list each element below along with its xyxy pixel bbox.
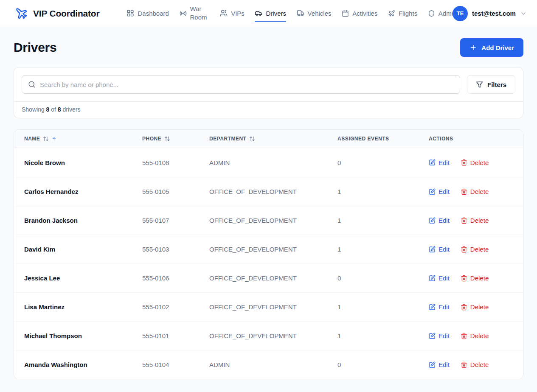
driver-assigned-events: 1 (327, 332, 419, 339)
table-row: Carlos Hernandez 555-0105 OFFICE_OF_DEVE… (14, 177, 523, 206)
driver-department: ADMIN (199, 159, 327, 166)
chevron-down-icon (520, 10, 527, 17)
driver-assigned-events: 1 (327, 246, 419, 253)
delete-label: Delete (470, 217, 489, 224)
edit-button[interactable]: Edit (429, 188, 450, 195)
nav-item-label: Flights (399, 10, 417, 17)
nav-item-label: War Room (190, 5, 210, 22)
summary-shown-count: 8 (46, 106, 50, 113)
edit-label: Edit (439, 159, 450, 166)
edit-label: Edit (439, 274, 450, 282)
table-row: Lisa Martinez 555-0102 OFFICE_OF_DEVELOP… (14, 292, 523, 321)
nav-item-vips[interactable]: VIPs (220, 5, 245, 22)
driver-assigned-events: 1 (327, 188, 419, 195)
trash-icon (461, 333, 467, 339)
user-email: test@test.com (472, 10, 516, 17)
table-row: Nicole Brown 555-0108 ADMIN 0 Edit Delet… (14, 148, 523, 177)
plus-icon (470, 44, 477, 51)
driver-phone: 555-0101 (132, 332, 199, 339)
drivers-table: NAME PHONE DEPARTMENT (14, 129, 523, 379)
column-label: DEPARTMENT (209, 136, 246, 142)
delete-button[interactable]: Delete (461, 188, 489, 195)
sort-arrows-icon (249, 136, 255, 142)
edit-button[interactable]: Edit (429, 274, 450, 282)
summary-of: of (51, 106, 56, 113)
summary-total-count: 8 (58, 106, 61, 113)
delete-button[interactable]: Delete (461, 274, 489, 282)
edit-button[interactable]: Edit (429, 246, 450, 253)
column-header-name[interactable]: NAME (14, 136, 132, 142)
shield-icon (428, 10, 435, 17)
dashboard-grid-icon (127, 9, 134, 17)
search-input[interactable] (40, 81, 454, 88)
driver-phone: 555-0107 (132, 217, 199, 224)
delete-button[interactable]: Delete (461, 246, 489, 253)
edit-button[interactable]: Edit (429, 217, 450, 224)
edit-pencil-icon (429, 246, 436, 253)
sort-arrows-icon (164, 136, 170, 142)
column-header-department[interactable]: DEPARTMENT (199, 136, 327, 142)
brand: VIP Coordinator (15, 7, 99, 20)
brand-name: VIP Coordinator (33, 8, 99, 19)
nav-item-vehicles[interactable]: Vehicles (297, 5, 332, 22)
nav-item-flights[interactable]: Flights (388, 6, 417, 22)
user-menu[interactable]: TE test@test.com (453, 6, 527, 21)
edit-button[interactable]: Edit (429, 361, 450, 368)
driver-phone: 555-0103 (132, 246, 199, 253)
driver-department: OFFICE_OF_DEVELOPMENT (199, 217, 327, 224)
main-nav: Dashboard War Room VIPs Drivers Vehicles (99, 0, 527, 27)
nav-item-war-room[interactable]: War Room (180, 0, 210, 27)
delete-label: Delete (470, 361, 489, 368)
truck-icon (297, 9, 304, 17)
edit-pencil-icon (429, 217, 436, 224)
delete-button[interactable]: Delete (461, 217, 489, 224)
nav-item-label: VIPs (231, 10, 245, 17)
delete-label: Delete (470, 274, 489, 282)
users-icon (220, 9, 228, 17)
summary-suffix: drivers (63, 106, 81, 113)
search-row: Filters (14, 67, 523, 101)
edit-button[interactable]: Edit (429, 303, 450, 311)
row-actions: Edit Delete (419, 274, 523, 282)
nav-item-activities[interactable]: Activities (342, 6, 377, 22)
delete-button[interactable]: Delete (461, 159, 489, 166)
column-header-actions: ACTIONS (419, 136, 523, 142)
driver-phone: 555-0105 (132, 188, 199, 195)
row-actions: Edit Delete (419, 361, 523, 368)
delete-label: Delete (470, 159, 489, 166)
driver-department: OFFICE_OF_DEVELOPMENT (199, 188, 327, 195)
nav-item-dashboard[interactable]: Dashboard (127, 5, 169, 22)
car-icon (255, 9, 262, 17)
add-driver-button[interactable]: Add Driver (460, 38, 523, 57)
column-label: ASSIGNED EVENTS (337, 136, 389, 142)
delete-button[interactable]: Delete (461, 303, 489, 311)
sort-ascending-icon (52, 137, 56, 141)
delete-button[interactable]: Delete (461, 361, 489, 368)
edit-pencil-icon (429, 333, 436, 339)
delete-button[interactable]: Delete (461, 332, 489, 339)
search-box[interactable] (22, 75, 460, 94)
page-title: Drivers (14, 40, 56, 55)
trash-icon (461, 275, 467, 282)
row-actions: Edit Delete (419, 159, 523, 166)
table-row: Brandon Jackson 555-0107 OFFICE_OF_DEVEL… (14, 206, 523, 235)
nav-item-label: Drivers (266, 10, 286, 17)
summary-prefix: Showing (22, 106, 45, 113)
sort-arrows-icon (43, 136, 49, 142)
edit-button[interactable]: Edit (429, 332, 450, 339)
driver-assigned-events: 0 (327, 361, 419, 368)
driver-department: ADMIN (199, 361, 327, 368)
driver-assigned-events: 0 (327, 159, 419, 166)
edit-button[interactable]: Edit (429, 159, 450, 166)
table-body: Nicole Brown 555-0108 ADMIN 0 Edit Delet… (14, 148, 523, 379)
app-header: VIP Coordinator Dashboard War Room VIPs … (0, 0, 537, 27)
nav-item-label: Dashboard (138, 10, 169, 17)
column-header-phone[interactable]: PHONE (132, 136, 199, 142)
table-row: Jessica Lee 555-0106 OFFICE_OF_DEVELOPME… (14, 263, 523, 292)
edit-label: Edit (439, 217, 450, 224)
trash-icon (461, 188, 467, 195)
driver-assigned-events: 0 (327, 274, 419, 282)
nav-item-drivers[interactable]: Drivers (255, 5, 286, 22)
filters-button[interactable]: Filters (467, 75, 515, 94)
row-actions: Edit Delete (419, 332, 523, 339)
